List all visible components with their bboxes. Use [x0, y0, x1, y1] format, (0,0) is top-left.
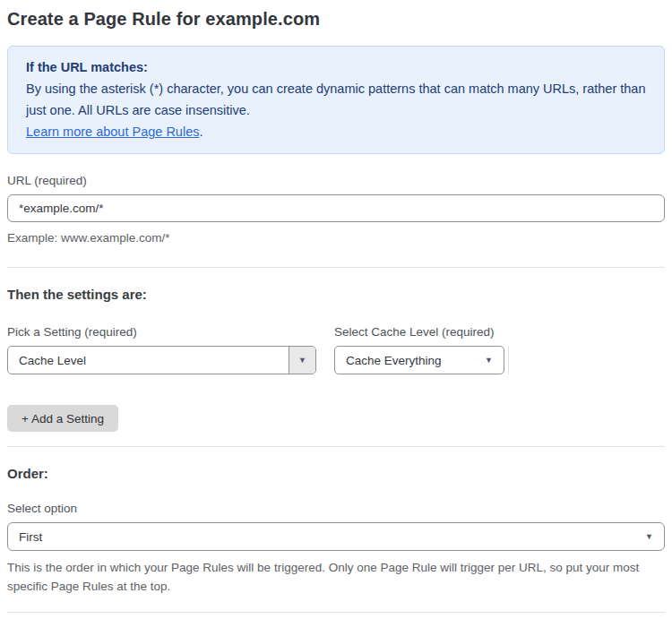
chevron-down-icon: ▼: [298, 357, 306, 365]
settings-row: Pick a Setting (required) Cache Level ▼ …: [7, 325, 665, 374]
page-rule-form: Create a Page Rule for example.com If th…: [0, 0, 672, 619]
divider: [7, 612, 665, 613]
order-heading: Order:: [7, 466, 665, 481]
chevron-down-icon: ▼: [485, 357, 493, 365]
cache-level-value: Cache Everything: [335, 354, 474, 367]
order-select[interactable]: First ▼: [7, 522, 665, 551]
setting-picker-value: Cache Level: [8, 354, 289, 367]
cache-level-dropdown[interactable]: Cache Everything ▼: [334, 346, 504, 374]
order-select-label: Select option: [7, 502, 665, 515]
notice-body: By using the asterisk (*) character, you…: [26, 78, 646, 121]
cache-level-column: Select Cache Level (required) Cache Ever…: [334, 325, 504, 374]
chevron-down-icon: ▼: [645, 533, 653, 541]
url-hint: Example: www.example.com/*: [7, 228, 665, 247]
dropdown-arrow: ▼: [634, 533, 664, 541]
page-title: Create a Page Rule for example.com: [7, 9, 665, 30]
dropdown-arrow: ▼: [474, 357, 504, 365]
cache-level-label: Select Cache Level (required): [334, 325, 504, 339]
settings-heading: Then the settings are:: [7, 287, 665, 302]
divider: [7, 267, 665, 268]
column-divider: [508, 346, 509, 374]
order-select-value: First: [8, 530, 634, 544]
setting-picker-label: Pick a Setting (required): [7, 325, 316, 339]
url-match-notice: If the URL matches: By using the asteris…: [7, 46, 665, 154]
dropdown-arrow-segment[interactable]: ▼: [289, 347, 315, 374]
url-input[interactable]: [7, 194, 665, 222]
setting-picker-column: Pick a Setting (required) Cache Level ▼: [7, 325, 316, 374]
url-label: URL (required): [7, 174, 665, 187]
link-suffix: .: [199, 125, 202, 139]
add-setting-button[interactable]: + Add a Setting: [7, 405, 118, 432]
notice-heading: If the URL matches:: [26, 56, 646, 78]
learn-more-link[interactable]: Learn more about Page Rules: [26, 125, 199, 139]
order-hint: This is the order in which your Page Rul…: [7, 558, 665, 596]
setting-picker-dropdown[interactable]: Cache Level ▼: [7, 346, 316, 374]
notice-link-line: Learn more about Page Rules.: [26, 121, 646, 142]
divider: [7, 446, 665, 447]
